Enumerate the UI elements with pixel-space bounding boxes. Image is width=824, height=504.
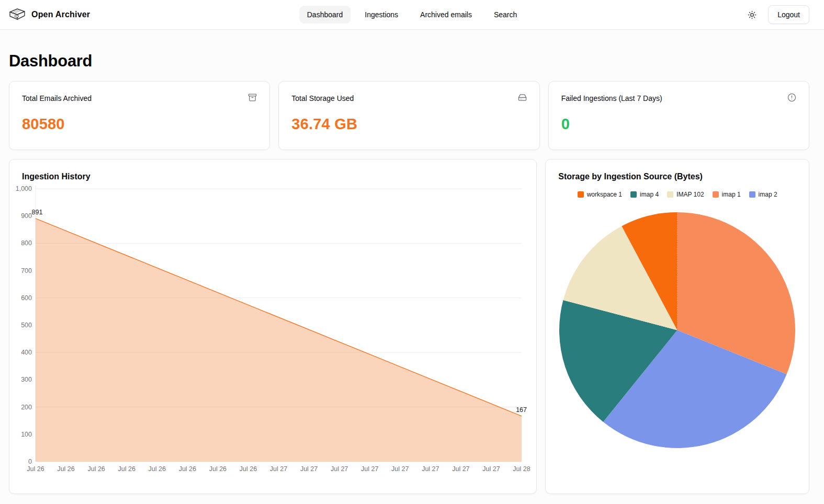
- legend-item-imap-4[interactable]: imap 4: [630, 191, 659, 198]
- archive-icon: [248, 93, 257, 104]
- y-tick-label: 700: [21, 267, 32, 274]
- stat-label: Total Storage Used: [291, 94, 354, 102]
- legend-swatch: [630, 191, 637, 198]
- y-tick-label: 400: [21, 349, 32, 356]
- page-title: Dashboard: [9, 52, 809, 71]
- main-nav: Dashboard Ingestions Archived emails Sea…: [299, 6, 525, 24]
- nav-item-search[interactable]: Search: [486, 6, 525, 24]
- pie-chart-legend: workspace 1imap 4IMAP 102imap 1imap 2: [558, 191, 796, 198]
- stat-value-failed-ingestions: 0: [561, 116, 796, 133]
- legend-item-imap-102[interactable]: IMAP 102: [667, 191, 704, 198]
- legend-label: workspace 1: [587, 191, 622, 198]
- x-tick-label: Jul 27: [482, 465, 500, 473]
- pie-chart-title: Storage by Ingestion Source (Bytes): [558, 172, 796, 181]
- brand: Open Archiver: [8, 7, 90, 22]
- x-tick-label: Jul 26: [179, 465, 196, 473]
- x-tick-label: Jul 26: [27, 465, 44, 473]
- legend-label: IMAP 102: [676, 191, 704, 198]
- app-logo-icon: [8, 7, 26, 22]
- stat-value-total-storage: 36.74 GB: [291, 116, 526, 133]
- logout-button[interactable]: Logout: [768, 5, 809, 24]
- nav-item-archived-emails[interactable]: Archived emails: [412, 6, 480, 24]
- app-title: Open Archiver: [31, 10, 90, 19]
- x-tick-label: Jul 26: [149, 465, 166, 473]
- legend-label: imap 2: [759, 191, 777, 198]
- x-tick-label: Jul 27: [331, 465, 348, 473]
- stat-label: Total Emails Archived: [22, 94, 92, 102]
- legend-swatch: [667, 191, 673, 198]
- storage-pie-chart: [558, 198, 796, 462]
- data-label: 167: [516, 406, 527, 414]
- x-tick-label: Jul 27: [361, 465, 378, 473]
- theme-toggle-button[interactable]: [748, 10, 757, 19]
- legend-swatch: [749, 191, 755, 198]
- x-tick-label: Jul 26: [118, 465, 136, 473]
- ingestion-history-area-chart: 01002003004005006007008009001,000Jul 26J…: [15, 181, 531, 474]
- y-tick-label: 300: [21, 376, 32, 383]
- stat-value-total-emails: 80580: [22, 116, 257, 133]
- area-chart-title: Ingestion History: [22, 172, 524, 181]
- legend-item-imap-1[interactable]: imap 1: [713, 191, 741, 198]
- x-tick-label: Jul 27: [270, 465, 287, 473]
- x-tick-label: Jul 27: [300, 465, 318, 473]
- nav-item-dashboard[interactable]: Dashboard: [299, 6, 351, 24]
- nav-item-ingestions[interactable]: Ingestions: [357, 6, 406, 24]
- x-tick-label: Jul 27: [391, 465, 409, 473]
- alert-circle-icon: [787, 93, 796, 104]
- legend-swatch: [578, 191, 584, 198]
- top-navigation-bar: Open Archiver Dashboard Ingestions Archi…: [0, 0, 824, 30]
- x-tick-label: Jul 27: [452, 465, 469, 473]
- charts-row: Ingestion History 0100200300400500600700…: [9, 159, 809, 494]
- y-tick-label: 200: [21, 404, 32, 411]
- y-tick-label: 800: [21, 239, 32, 247]
- x-tick-label: Jul 26: [240, 465, 257, 473]
- stat-card-total-emails: Total Emails Archived 80580: [9, 81, 270, 150]
- y-tick-label: 900: [21, 212, 32, 220]
- ingestion-history-card: Ingestion History 0100200300400500600700…: [9, 159, 537, 494]
- storage-by-source-card: Storage by Ingestion Source (Bytes) work…: [545, 159, 809, 494]
- y-tick-label: 500: [21, 322, 32, 329]
- y-tick-label: 100: [21, 431, 32, 438]
- y-tick-label: 1,000: [16, 185, 32, 192]
- x-tick-label: Jul 26: [57, 465, 74, 473]
- sun-icon: [748, 10, 757, 19]
- stat-card-failed-ingestions: Failed Ingestions (Last 7 Days) 0: [548, 81, 809, 150]
- stat-label: Failed Ingestions (Last 7 Days): [561, 94, 662, 102]
- x-tick-label: Jul 26: [209, 465, 227, 473]
- y-tick-label: 0: [28, 458, 32, 465]
- x-tick-label: Jul 27: [422, 465, 439, 473]
- area-fill: [36, 219, 522, 462]
- stat-card-total-storage: Total Storage Used 36.74 GB: [278, 81, 539, 150]
- legend-label: imap 1: [722, 191, 741, 198]
- data-label: 891: [32, 209, 43, 216]
- legend-swatch: [713, 191, 719, 198]
- topbar-right: Logout: [748, 5, 809, 24]
- x-tick-label: Jul 28: [513, 465, 530, 473]
- y-tick-label: 600: [21, 294, 32, 302]
- stats-row: Total Emails Archived 80580 Total Storag…: [9, 81, 809, 150]
- legend-label: imap 4: [640, 191, 659, 198]
- legend-item-imap-2[interactable]: imap 2: [749, 191, 777, 198]
- main-content: Dashboard Total Emails Archived 80580 To…: [0, 30, 824, 504]
- hard-drive-icon: [518, 93, 527, 104]
- legend-item-workspace-1[interactable]: workspace 1: [578, 191, 622, 198]
- x-tick-label: Jul 26: [87, 465, 105, 473]
